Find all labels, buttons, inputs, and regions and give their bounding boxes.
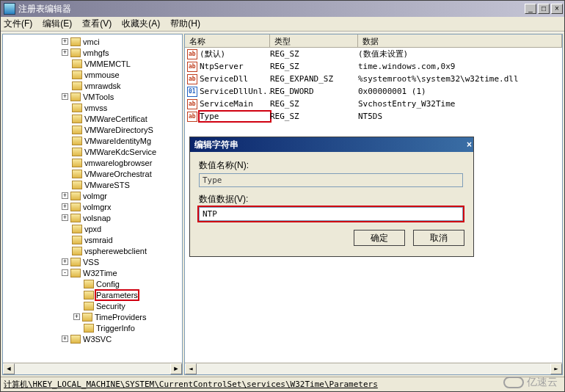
expand-icon[interactable]: +	[62, 38, 68, 45]
folder-icon	[72, 70, 82, 79]
col-data[interactable]: 数据	[358, 35, 562, 47]
tree-item[interactable]: TriggerInfo	[3, 322, 182, 333]
col-type[interactable]: 类型	[270, 35, 358, 47]
folder-icon	[72, 170, 82, 178]
value-data: 0x00000001 (1)	[358, 87, 562, 96]
expand-icon[interactable]: +	[73, 313, 80, 320]
cancel-button[interactable]: 取消	[413, 230, 464, 246]
expand-icon[interactable]: +	[62, 258, 68, 265]
tree-item[interactable]: vmrawdsk	[3, 80, 182, 91]
scroll-right-icon[interactable]: ►	[550, 363, 562, 374]
tree-item[interactable]: vmmouse	[3, 69, 182, 80]
value-type: REG_SZ	[270, 49, 358, 59]
col-name[interactable]: 名称	[185, 35, 270, 47]
value-name: Type	[200, 112, 270, 121]
tree-item[interactable]: VMwareOrchestrat	[3, 168, 182, 179]
tree-item[interactable]: Security	[3, 300, 182, 311]
tree-label: vspherewebclient	[84, 247, 147, 255]
tree-item[interactable]: Config	[3, 278, 182, 289]
data-field[interactable]: NTP	[199, 207, 463, 221]
dialog-titlebar: 编辑字符串 ×	[190, 137, 473, 152]
tree-item[interactable]: vpxd	[3, 223, 182, 234]
tree-item[interactable]: -W32Time	[3, 267, 182, 278]
expand-icon[interactable]: +	[62, 192, 68, 199]
tree-item[interactable]: VMwareSTS	[3, 179, 182, 190]
expand-icon[interactable]: +	[62, 214, 68, 221]
list-row[interactable]: NtpServerREG_SZtime.windows.com,0x9	[185, 60, 562, 73]
tree-item[interactable]: vspherewebclient	[3, 245, 182, 256]
tree-item[interactable]: +volmgrx	[3, 201, 182, 212]
folder-icon	[72, 137, 82, 145]
folder-icon	[72, 126, 82, 134]
tree-item[interactable]: +VSS	[3, 256, 182, 267]
list-row[interactable]: ServiceMainREG_SZSvchostEntry_W32Time	[185, 98, 562, 110]
list-hscroll[interactable]: ◄ ►	[185, 363, 562, 374]
tree-item[interactable]: VMwareIdentityMg	[3, 135, 182, 146]
value-data: (数值未设置)	[358, 48, 562, 59]
tree-hscroll[interactable]: ◄ ►	[3, 363, 182, 374]
tree-label: VMWareDirectoryS	[84, 126, 153, 134]
dialog-close-button[interactable]: ×	[467, 139, 472, 150]
scroll-left-icon[interactable]: ◄	[185, 363, 197, 374]
tree-item[interactable]: +TimeProviders	[3, 311, 182, 322]
scroll-track[interactable]	[15, 363, 170, 374]
collapse-icon[interactable]: -	[62, 269, 68, 276]
menu-help[interactable]: 帮助(H)	[170, 18, 200, 30]
name-label: 数值名称(N):	[199, 159, 464, 172]
scroll-left-icon[interactable]: ◄	[3, 363, 15, 374]
expand-icon[interactable]: +	[62, 49, 68, 56]
tree-label: VMTools	[83, 92, 114, 101]
tree-item[interactable]: +VMTools	[3, 91, 182, 102]
expand-icon[interactable]: +	[62, 203, 68, 210]
string-icon	[187, 112, 197, 122]
tree-item[interactable]: vmwarelogbrowser	[3, 157, 182, 168]
tree-item[interactable]: +vmhgfs	[3, 47, 182, 58]
tree-item[interactable]: VMWareCertificat	[3, 113, 182, 124]
close-button[interactable]: ×	[551, 4, 563, 14]
tree-label: W32Time	[83, 269, 117, 277]
tree-label: Config	[96, 280, 120, 288]
tree-item[interactable]: Parameters	[3, 289, 182, 300]
tree-item[interactable]: VMWareDirectoryS	[3, 124, 182, 135]
value-data: %systemroot%\system32\w32time.dll	[358, 74, 562, 84]
maximize-button[interactable]: □	[538, 4, 550, 14]
value-type: REG_DWORD	[270, 87, 358, 96]
tree-pane[interactable]: +vmci+vmhgfsVMMEMCTLvmmousevmrawdsk+VMTo…	[2, 34, 183, 375]
expand-icon[interactable]: +	[62, 93, 68, 100]
tree-item[interactable]: VMWareKdcService	[3, 146, 182, 157]
menu-edit[interactable]: 编辑(E)	[43, 18, 72, 30]
list-row[interactable]: ServiceDllUnl...REG_DWORD0x00000001 (1)	[185, 85, 562, 98]
list-row[interactable]: ServiceDllREG_EXPAND_SZ%systemroot%\syst…	[185, 73, 562, 85]
scroll-right-icon[interactable]: ►	[170, 363, 182, 374]
tree-item[interactable]: +volmgr	[3, 190, 182, 201]
status-path: 计算机\HKEY_LOCAL_MACHINE\SYSTEM\CurrentCon…	[4, 380, 378, 389]
minimize-button[interactable]: _	[525, 4, 536, 14]
list-row[interactable]: (默认)REG_SZ(数值未设置)	[185, 48, 562, 60]
tree-label: vmhgfs	[83, 48, 109, 57]
tree-label: vmmouse	[84, 70, 120, 79]
scroll-track[interactable]	[197, 363, 550, 374]
expand-icon[interactable]: +	[62, 335, 68, 342]
folder-icon	[70, 192, 81, 200]
binary-icon	[187, 87, 197, 97]
value-name: ServiceMain	[200, 99, 270, 109]
tree-item[interactable]: +vmci	[3, 36, 182, 47]
tree-label: Security	[96, 302, 125, 311]
folder-icon	[70, 335, 81, 344]
menu-favorites[interactable]: 收藏夹(A)	[122, 18, 160, 30]
menu-file[interactable]: 文件(F)	[4, 18, 32, 30]
tree-item[interactable]: vmvss	[3, 102, 182, 113]
folder-icon	[72, 247, 82, 255]
ok-button[interactable]: 确定	[354, 230, 405, 246]
tree-item[interactable]: +W3SVC	[3, 333, 182, 344]
menu-view[interactable]: 查看(V)	[82, 18, 112, 30]
tree-item[interactable]: VMMEMCTL	[3, 58, 182, 69]
tree-label: vmvss	[84, 104, 107, 112]
cloud-icon	[503, 377, 524, 388]
tree-item[interactable]: +volsnap	[3, 212, 182, 223]
value-type: REG_EXPAND_SZ	[270, 74, 358, 84]
folder-icon	[72, 148, 82, 156]
tree-item[interactable]: vsmraid	[3, 234, 182, 245]
folder-icon	[72, 181, 82, 189]
list-row[interactable]: TypeREG_SZNT5DS	[185, 110, 562, 123]
